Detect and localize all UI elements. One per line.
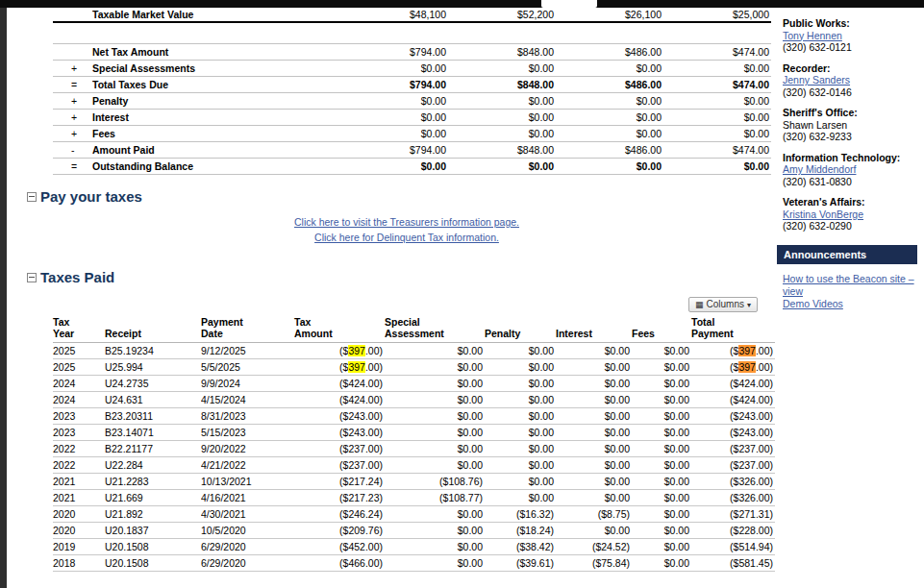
table-cell: 10/5/2020 bbox=[201, 523, 294, 539]
table-cell: 10/13/2021 bbox=[201, 474, 294, 490]
columns-button[interactable]: ▦Columns▾ bbox=[688, 297, 758, 312]
table-cell: ($397.00) bbox=[691, 343, 775, 359]
table-cell: $0.00 bbox=[632, 555, 691, 572]
table-cell: $0.00 bbox=[632, 343, 691, 359]
table-cell: $0.00 bbox=[385, 457, 485, 474]
row-operator: = bbox=[69, 77, 92, 93]
table-cell: 2023 bbox=[53, 425, 105, 441]
search-highlight: 397 bbox=[348, 345, 365, 356]
table-cell: U20.1837 bbox=[105, 523, 201, 539]
contact-title: Sheriff's Office: bbox=[783, 107, 917, 119]
table-cell: U20.1508 bbox=[105, 555, 201, 572]
row-value: $0.00 bbox=[663, 159, 771, 175]
row-value: $0.00 bbox=[448, 110, 556, 126]
summary-row: +Penalty$0.00$0.00$0.00$0.00 bbox=[53, 93, 771, 110]
row-operator: + bbox=[69, 126, 92, 142]
row-label: Fees bbox=[92, 126, 340, 142]
contact-name-link[interactable]: Kristina VonBerge bbox=[783, 208, 863, 220]
row-label: Special Assessments bbox=[92, 61, 340, 77]
table-cell: 4/30/2021 bbox=[201, 506, 294, 523]
row-value: $474.00 bbox=[663, 44, 771, 61]
contact-title: Veteran's Affairs: bbox=[783, 196, 917, 208]
table-cell: ($24.52) bbox=[556, 539, 632, 555]
collapse-icon[interactable] bbox=[27, 273, 37, 282]
contact-phone: (320) 632-0146 bbox=[783, 86, 917, 99]
taxes-paid-row: 2025B25.192349/12/2025($397.00)$0.00$0.0… bbox=[53, 343, 775, 359]
contact-title: Information Technology: bbox=[783, 152, 917, 164]
contact-name-link[interactable]: Jenny Sanders bbox=[783, 74, 850, 86]
row-value: $48,100 bbox=[340, 8, 448, 22]
table-cell: $0.00 bbox=[632, 376, 691, 392]
table-cell: ($581.45) bbox=[691, 555, 775, 572]
column-header: TaxAmount bbox=[294, 315, 385, 343]
table-cell: ($237.00) bbox=[691, 441, 775, 457]
contact-block: Public Works:Tony Hennen(320) 632-0121 bbox=[783, 17, 917, 54]
row-value: $0.00 bbox=[340, 159, 448, 175]
table-cell: ($75.84) bbox=[556, 555, 632, 572]
table-cell: U24.2735 bbox=[105, 376, 201, 392]
taxes-paid-header-row: TaxYearReceiptPaymentDateTaxAmountSpecia… bbox=[53, 315, 775, 343]
table-cell: 2022 bbox=[53, 457, 105, 474]
contact-name-link[interactable]: Amy Middendorf bbox=[783, 163, 856, 175]
table-cell: $0.00 bbox=[485, 490, 556, 506]
columns-bar: ▦Columns▾ bbox=[53, 294, 758, 312]
table-cell: $0.00 bbox=[385, 392, 485, 408]
section-taxes-paid: Taxes Paid bbox=[27, 269, 772, 285]
row-operator: + bbox=[69, 93, 92, 110]
table-cell: 2019 bbox=[53, 539, 105, 555]
table-cell: $0.00 bbox=[485, 408, 556, 425]
table-cell: ($271.31) bbox=[691, 506, 775, 523]
table-cell: ($424.00) bbox=[691, 376, 775, 392]
table-cell: ($108.76) bbox=[385, 474, 485, 490]
table-cell: $0.00 bbox=[556, 474, 632, 490]
delinquent-info-link[interactable]: Click here for Delinquent Tax informatio… bbox=[27, 232, 787, 244]
table-cell: $0.00 bbox=[485, 359, 556, 376]
table-cell: ($209.76) bbox=[294, 523, 385, 539]
contact-phone: (320) 632-9233 bbox=[783, 131, 917, 143]
table-cell: ($397.00) bbox=[691, 359, 775, 376]
table-cell: $0.00 bbox=[485, 343, 556, 359]
summary-row: -Amount Paid$794.00$848.00$486.00$474.00 bbox=[53, 142, 771, 159]
taxes-paid-row: 2020U21.8924/30/2021($246.24)$0.00($16.3… bbox=[53, 506, 775, 523]
table-cell: $0.00 bbox=[632, 425, 691, 441]
row-label: Amount Paid bbox=[92, 142, 340, 159]
top-bar-button[interactable] bbox=[541, 0, 597, 8]
column-header: PaymentDate bbox=[201, 315, 294, 343]
contact-title: Recorder: bbox=[783, 62, 917, 75]
announcements: Announcements How to use the Beacon site… bbox=[777, 245, 917, 310]
table-cell: U21.669 bbox=[105, 490, 201, 506]
contact-name-link[interactable]: Tony Hennen bbox=[783, 30, 842, 41]
taxes-paid-row: 2024U24.27359/9/2024($424.00)$0.00$0.00$… bbox=[53, 376, 775, 392]
tax-summary-table: Taxable Market Value $48,100 $52,200 $26… bbox=[53, 8, 771, 175]
search-highlight: 397 bbox=[738, 361, 756, 373]
taxes-paid-body: 2025B25.192349/12/2025($397.00)$0.00$0.0… bbox=[53, 343, 775, 572]
table-cell: 2018 bbox=[53, 555, 105, 572]
announcement-link[interactable]: How to use the Beacon site – viewDemo Vi… bbox=[783, 273, 917, 310]
table-cell: ($8.75) bbox=[556, 506, 632, 523]
row-label: Net Tax Amount bbox=[92, 44, 340, 61]
row-value: $0.00 bbox=[556, 126, 663, 142]
summary-row: =Total Taxes Due$794.00$848.00$486.00$47… bbox=[53, 77, 771, 93]
taxes-paid-row: 2018U20.15086/29/2020($466.00)$0.00($39.… bbox=[53, 555, 775, 572]
row-value: $0.00 bbox=[556, 159, 663, 175]
main-content: Taxable Market Value $48,100 $52,200 $26… bbox=[27, 8, 772, 588]
section-title: Pay your taxes bbox=[40, 188, 142, 205]
table-cell: 9/12/2025 bbox=[201, 343, 294, 359]
treasurer-info-link[interactable]: Click here to visit the Treasurers infor… bbox=[27, 216, 787, 229]
summary-row: +Fees$0.00$0.00$0.00$0.00 bbox=[53, 126, 771, 142]
row-value: $0.00 bbox=[663, 93, 771, 110]
table-cell: $0.00 bbox=[385, 441, 485, 457]
table-cell: $0.00 bbox=[632, 523, 691, 539]
taxes-paid-row: 2022U22.2844/21/2022($237.00)$0.00$0.00$… bbox=[53, 457, 775, 474]
column-header: Receipt bbox=[105, 315, 201, 343]
table-cell: 4/21/2022 bbox=[201, 457, 294, 474]
summary-partial-row: Taxable Market Value $48,100 $52,200 $26… bbox=[53, 8, 771, 22]
collapse-icon[interactable] bbox=[27, 192, 37, 202]
section-pay-your-taxes: Pay your taxes bbox=[27, 188, 772, 205]
table-cell: 9/9/2024 bbox=[201, 376, 294, 392]
window-left-edge bbox=[0, 0, 7, 588]
table-cell: ($424.00) bbox=[294, 392, 385, 408]
table-cell: 2025 bbox=[53, 359, 105, 376]
table-cell: 2020 bbox=[53, 523, 105, 539]
table-cell: $0.00 bbox=[556, 523, 632, 539]
